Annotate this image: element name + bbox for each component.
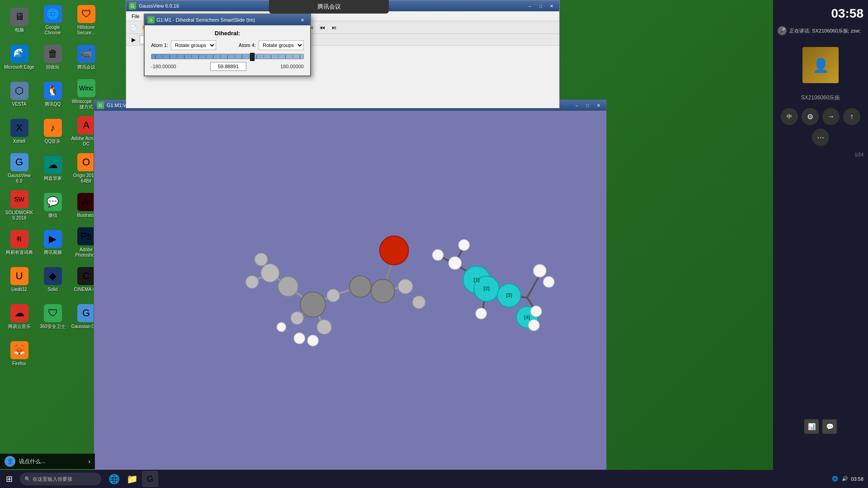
svg-point-53	[528, 320, 539, 331]
icon-qq-label: 腾讯QQ	[45, 102, 61, 107]
meeting-ctrl-arrow2[interactable]: ↑	[843, 108, 860, 125]
icon-firefox[interactable]: 🦊 Firefox	[2, 336, 36, 372]
tb-back[interactable]: ⏮	[317, 23, 328, 33]
chat-icon-btn[interactable]: 💬	[822, 419, 837, 434]
icon-xshell-label: Xshell	[13, 139, 25, 144]
icon-edge-label: Microsoft Edge	[4, 65, 34, 70]
icon-wechat[interactable]: 💬 微信	[36, 188, 70, 224]
gaussview-window-controls: – □ ✕	[525, 2, 557, 9]
mol-title-icon: G	[97, 102, 104, 109]
svg-point-33	[413, 296, 425, 309]
taskbar-explorer-app[interactable]: 📁	[124, 471, 140, 487]
svg-point-52	[531, 306, 542, 317]
icon-chrome[interactable]: 🌐 Google Chrome	[36, 2, 70, 38]
icon-qqmusic[interactable]: ♪ QQ音乐	[36, 113, 70, 150]
icon-tencent-meeting[interactable]: 📹 腾讯会议	[69, 39, 103, 75]
icon-xshell[interactable]: X Xshell	[2, 113, 36, 150]
menu-file[interactable]: File	[128, 13, 143, 20]
icon-computer[interactable]: 🖥 电脑	[2, 2, 36, 38]
taskbar-start-button[interactable]: ⊞	[0, 470, 18, 488]
icon-360[interactable]: 🛡 360安全卫士	[36, 299, 70, 335]
tb-step[interactable]: ⏯	[329, 23, 340, 33]
solid2-icon-img: ◆	[44, 267, 62, 285]
gaussview-title-icon: G	[129, 2, 136, 9]
mol-maximize-button[interactable]: □	[583, 102, 593, 109]
svg-point-47	[458, 239, 469, 250]
atom4-dropdown[interactable]: Rotate groups	[259, 40, 304, 50]
icon-wechat-label: 微信	[48, 213, 57, 218]
svg-point-25	[317, 320, 331, 334]
icon-qq[interactable]: 🐧 腾讯QQ	[36, 76, 70, 113]
dihedral-close-button[interactable]: ✕	[297, 16, 307, 23]
meeting-panel: 03:58 🎤 正在讲话: SX2106060乐振; zsw; 👤 SX2106…	[773, 0, 868, 470]
icon-hillstone[interactable]: 🛡 Hillstone Secure...	[69, 2, 103, 38]
icon-uedit[interactable]: U Uedit32	[2, 262, 36, 298]
dihedral-atoms-row: Atom 1: Rotate groups Atom 4: Rotate gro…	[151, 40, 304, 50]
meeting-ctrl-arrow1[interactable]: →	[822, 108, 840, 125]
svg-point-30	[349, 276, 371, 297]
mol-close-button[interactable]: ✕	[594, 102, 604, 109]
gaussview-minimize-button[interactable]: –	[525, 2, 535, 9]
gaussview-maximize-button[interactable]: □	[536, 2, 546, 9]
taskbar-right: 🌐 🔊 03:58	[832, 476, 868, 482]
mol-minimize-button[interactable]: –	[572, 102, 582, 109]
meeting-ctrl-settings[interactable]: ⚙	[802, 108, 819, 125]
icon-qqvideo[interactable]: ▶ 腾讯视频	[36, 225, 70, 261]
svg-point-37	[277, 323, 286, 332]
icon-netdisk-label: 网盘管家	[44, 176, 62, 181]
dihedral-dialog-titlebar[interactable]: G G1:M1 - Dihedral Semichem SmartSlide (…	[145, 14, 310, 25]
svg-point-32	[398, 279, 413, 294]
chat-message: 说点什么...	[19, 458, 45, 465]
chart-icon-btn[interactable]: 📊	[804, 419, 819, 434]
taskbar-time: 03:58	[851, 476, 863, 482]
mol-content: [1] [2] [3] [4]	[94, 111, 606, 469]
taskbar-chrome-app[interactable]: 🌐	[106, 471, 122, 487]
dihedral-label: Dihedral:	[151, 30, 304, 37]
taskbar-gaussian-app[interactable]: G	[142, 471, 158, 487]
gaussview-close-button[interactable]: ✕	[547, 2, 557, 9]
svg-point-46	[448, 257, 461, 269]
icon-netdisk[interactable]: ☁ 网盘管家	[36, 150, 70, 187]
bottom-meeting-icons: 📊 💬	[773, 419, 868, 434]
icon-vesta[interactable]: ⬡ VESTA	[2, 76, 36, 113]
tb2-select[interactable]: ▶	[128, 35, 139, 45]
taskbar-network-icon: 🌐	[832, 476, 838, 482]
360-icon-img: 🛡	[44, 304, 62, 322]
meeting-status: 🎤 正在讲话: SX2106060乐振; zsw;	[773, 23, 868, 38]
icon-solidworks-label: SOLIDWORKS 2018	[4, 210, 34, 221]
icon-neteasecloud[interactable]: ☁ 网易云音乐	[2, 299, 36, 335]
icon-uedit-label: Uedit32	[11, 287, 27, 292]
slider-value-input[interactable]	[210, 62, 246, 71]
icon-solidworks[interactable]: SW SOLIDWORKS 2018	[2, 188, 36, 224]
qqmusic-icon-img: ♪	[44, 119, 62, 137]
icon-recycle[interactable]: 🗑 回收站	[36, 39, 70, 75]
icon-youdao[interactable]: 有 网易有道词典	[2, 225, 36, 261]
meeting-ctrl-chinese[interactable]: 中	[781, 108, 798, 125]
icon-edge[interactable]: 🌊 Microsoft Edge	[2, 39, 36, 75]
chat-close-button[interactable]: ›	[88, 458, 90, 465]
atom1-dropdown[interactable]: Rotate groups	[171, 40, 216, 50]
taskbar-sys-icons: 🌐 🔊	[832, 476, 848, 482]
chat-popup: 👤 说点什么... ›	[0, 454, 95, 469]
dihedral-slider-thumb[interactable]	[250, 53, 255, 61]
meeting-controls: 中 ⚙ → ↑ ⋯	[773, 103, 868, 150]
recycle-icon-img: 🗑	[44, 45, 62, 63]
meeting-ctrl-more[interactable]: ⋯	[812, 129, 829, 146]
mol-window-controls: – □ ✕	[572, 102, 604, 109]
icon-solid2[interactable]: ◆ Solid	[36, 262, 70, 298]
svg-text:[2]: [2]	[484, 286, 490, 291]
qqvideo-icon-img: ▶	[44, 230, 62, 248]
icon-youdao-label: 网易有道词典	[6, 250, 33, 255]
icon-gaussview[interactable]: G GaussView 6.0	[2, 150, 36, 187]
solidworks-icon-img: SW	[10, 190, 28, 208]
meeting-status-text: 正在讲话: SX2106060乐振; zsw;	[789, 28, 861, 34]
tencent-meeting-bar: 腾讯会议	[269, 0, 389, 14]
taskbar-search[interactable]: 🔍 在这里输入你要搜	[20, 473, 101, 485]
gaussview-icon-img: G	[10, 153, 28, 171]
atom4-label: Atom 4:	[239, 42, 256, 48]
taskbar-apps: 🌐 📁 G	[106, 471, 158, 487]
svg-point-34	[380, 236, 409, 265]
tb-new[interactable]: 📄	[128, 23, 139, 33]
meeting-user-name: SX2106060乐振	[773, 92, 868, 103]
wechat-icon-img: 💬	[44, 193, 62, 211]
